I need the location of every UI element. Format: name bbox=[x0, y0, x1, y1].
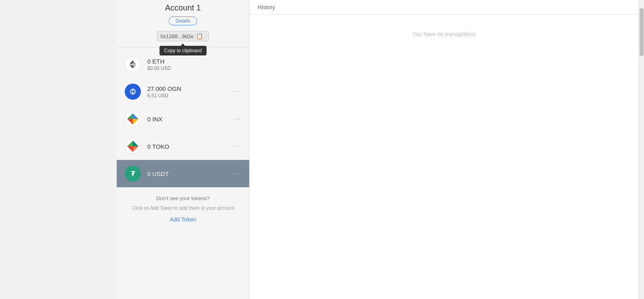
toko-amount: 0 TOKO bbox=[147, 143, 233, 150]
inx-amount: 0 INX bbox=[147, 116, 233, 123]
dont-see-text: Don't see your tokens? bbox=[125, 195, 241, 201]
token-list: 0 ETH $0.00 USD 27.000 OGN 6.51 USD ··· bbox=[117, 51, 249, 187]
click-add-text: Click on Add Token to add them to your a… bbox=[125, 205, 241, 212]
left-spacer bbox=[0, 0, 117, 299]
usdt-token-info: 0 USDT bbox=[147, 170, 233, 177]
usdt-icon: ₮ bbox=[125, 166, 141, 182]
history-panel: History You have no transactions bbox=[250, 0, 638, 299]
ogn-usd: 6.51 USD bbox=[147, 93, 233, 98]
inx-icon bbox=[125, 111, 141, 127]
scrollbar-thumb[interactable] bbox=[640, 8, 644, 56]
eth-usd: $0.00 USD bbox=[147, 66, 241, 71]
token-item-usdt[interactable]: ₮ 0 USDT ··· bbox=[117, 160, 249, 187]
svg-text:₮: ₮ bbox=[131, 170, 135, 177]
toko-token-info: 0 TOKO bbox=[147, 143, 233, 150]
no-transactions-text: You have no transactions bbox=[413, 31, 476, 37]
account-title: Account 1 bbox=[165, 3, 201, 12]
history-tab-label[interactable]: History bbox=[258, 4, 275, 10]
ogn-icon bbox=[125, 84, 141, 100]
token-item-toko[interactable]: 0 TOKO ··· bbox=[117, 133, 249, 160]
wallet-panel: Account 1 Details 0x1288...9d2e 📋 Copy t… bbox=[117, 0, 250, 299]
token-item-inx[interactable]: 0 INX ··· bbox=[117, 105, 249, 133]
eth-token-info: 0 ETH $0.00 USD bbox=[147, 58, 241, 71]
token-item-ogn[interactable]: 27.000 OGN 6.51 USD ··· bbox=[117, 78, 249, 105]
ogn-amount: 27.000 OGN bbox=[147, 85, 233, 92]
toko-menu-icon[interactable]: ··· bbox=[233, 143, 241, 150]
copy-tooltip: Copy to clipboard bbox=[159, 46, 206, 55]
add-token-section: Don't see your tokens? Click on Add Toke… bbox=[117, 187, 249, 227]
usdt-amount: 0 USDT bbox=[147, 170, 233, 177]
inx-token-info: 0 INX bbox=[147, 116, 233, 123]
usdt-menu-icon[interactable]: ··· bbox=[233, 170, 241, 177]
eth-amount: 0 ETH bbox=[147, 58, 241, 65]
inx-menu-icon[interactable]: ··· bbox=[233, 115, 241, 123]
address-row: 0x1288...9d2e 📋 Copy to clipboard bbox=[157, 31, 209, 41]
ogn-menu-icon[interactable]: ··· bbox=[233, 88, 241, 95]
toko-icon bbox=[125, 138, 141, 154]
copy-icon[interactable]: 📋 bbox=[196, 33, 203, 39]
eth-icon bbox=[125, 56, 141, 72]
address-text: 0x1288...9d2e bbox=[161, 33, 194, 39]
add-token-link[interactable]: Add Token bbox=[170, 216, 196, 223]
history-empty: You have no transactions bbox=[250, 15, 638, 299]
details-button[interactable]: Details bbox=[169, 16, 197, 25]
scrollbar-area bbox=[638, 0, 644, 299]
history-header: History bbox=[250, 0, 638, 15]
ogn-token-info: 27.000 OGN 6.51 USD bbox=[147, 85, 233, 98]
